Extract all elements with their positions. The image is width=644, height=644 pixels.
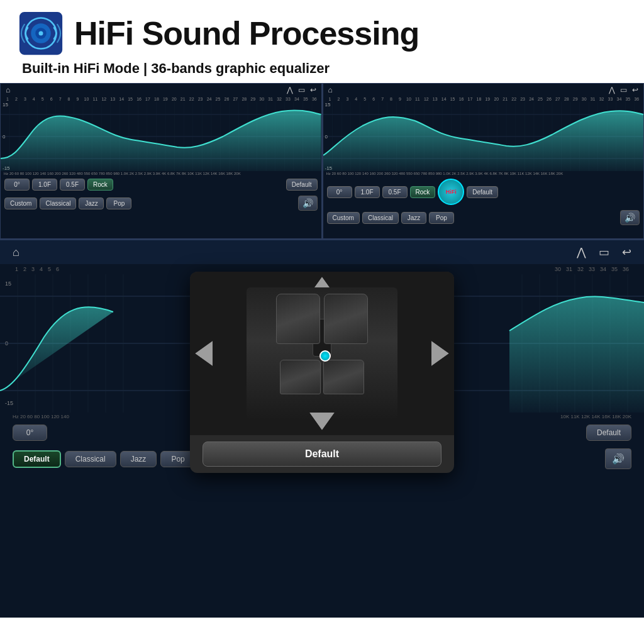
btn-pop-left[interactable]: Pop [106,197,131,209]
eq-graph-right: 15 0 -15 [323,102,644,171]
btn-row1-right: 0° 1.0F 0.5F Rock HiFi Default [323,176,644,208]
btn-0deg-right[interactable]: 0° [327,186,352,198]
speaker-icon [19,11,63,55]
front-left-seat [276,294,320,344]
bottom-band-left: 1 2 3 4 5 6 [13,266,62,272]
btn-rock-left[interactable]: Rock [87,179,113,191]
svg-point-4 [39,31,43,36]
btn-custom-left[interactable]: Custom [4,197,37,209]
rear-seats [247,360,397,394]
btn-classical-bottom[interactable]: Classical [65,451,116,467]
status-right-left: ⋀ ▭ ↩ [287,86,316,94]
eq-row-top: ⌂ ⋀ ▭ ↩ 12345678910111213141516171819202… [0,83,644,240]
eq-panel-left: ⌂ ⋀ ▭ ↩ 12345678910111213141516171819202… [0,83,323,239]
eq-panel-right: ⌂ ⋀ ▭ ↩ 12345678910111213141516171819202… [323,83,645,239]
page-title: HiFi Sound Processing [74,14,419,52]
btn-default-right[interactable]: Default [467,186,498,198]
arrow-right-btn[interactable] [431,341,449,366]
dialog-default-btn[interactable]: Default [203,441,441,467]
bottom-status-bar: ⌂ ⋀ ▭ ↩ [0,240,644,264]
btn-hifi[interactable]: HiFi [438,179,464,205]
window-icon-bottom[interactable]: ▭ [599,245,609,259]
btn-classical-left[interactable]: Classical [40,197,76,209]
btn-classical-right[interactable]: Classical [362,212,399,224]
bottom-section: ⌂ ⋀ ▭ ↩ 1 2 3 4 5 6 30 31 32 33 34 [0,240,644,618]
sound-btn-right[interactable]: 🔊 [620,210,640,225]
eq-graph-left: 15 0 -15 [1,102,321,171]
band-numbers-left: 1234567891011121314151617181920212223242… [1,96,321,102]
btn-row2-left: Custom Classical Jazz Pop 🔊 [1,193,321,213]
page-subtitle: Built-in HiFi Mode | 36-bands graphic eq… [22,60,330,77]
btn-default-bottom[interactable]: Default [586,425,631,441]
home-icon-bottom[interactable]: ⌂ [13,246,19,259]
sound-position-dot[interactable] [319,350,331,362]
btn-0deg-left[interactable]: 0° [4,179,30,191]
window-icon-right[interactable]: ▭ [620,86,627,94]
btn-custom-right[interactable]: Custom [327,212,360,224]
freq-labels-left: Hz 20 60 80 100 120 140 160 200 260 320 … [1,171,321,176]
rear-left-seat [280,360,321,394]
arrow-down-btn[interactable] [309,413,335,430]
status-bar-right: ⌂ ⋀ ▭ ↩ [323,84,644,96]
back-icon-bottom[interactable]: ↩ [622,245,631,259]
status-right-right: ⋀ ▭ ↩ [609,86,638,94]
freq-label-left-bottom: Hz 20 60 80 100 120 140 [13,414,69,419]
header-top: HiFi Sound Processing [19,11,419,55]
double-up-icon-right[interactable]: ⋀ [609,86,615,94]
btn-custom-bottom[interactable]: Default [13,450,61,468]
btn-05f-right[interactable]: 0.5F [382,186,408,198]
car-interior-view [247,287,397,419]
spatial-audio-dialog: Default [190,272,454,473]
arrow-left-btn[interactable] [195,341,213,366]
btn-default-left[interactable]: Default [286,179,318,191]
btn-pop-right[interactable]: Pop [429,212,454,224]
bottom-status-right: ⋀ ▭ ↩ [577,245,631,259]
btn-0deg-bottom[interactable]: 0° [13,425,47,441]
sound-btn-bottom[interactable]: 🔊 [605,448,631,469]
band-numbers-right: 1234567891011121314151617181920212223242… [323,96,644,102]
btn-1f-right[interactable]: 1.0F [355,186,380,198]
back-icon-left[interactable]: ↩ [310,86,316,94]
btn-jazz-right[interactable]: Jazz [401,212,426,224]
btn-05f-left[interactable]: 0.5F [60,179,85,191]
home-icon-right[interactable]: ⌂ [328,86,333,94]
sound-btn-left[interactable]: 🔊 [298,196,318,211]
main-content: ⌂ ⋀ ▭ ↩ 12345678910111213141516171819202… [0,83,644,618]
double-up-icon-bottom[interactable]: ⋀ [577,245,586,259]
back-icon-right[interactable]: ↩ [632,86,638,94]
freq-label-right-bottom: 10K 11K 12K 14K 16K 18K 20K [560,414,631,419]
btn-row2-right: Custom Classical Jazz Pop 🔊 [323,208,644,228]
car-view [190,272,454,435]
window-icon-left[interactable]: ▭ [298,86,305,94]
status-bar-left: ⌂ ⋀ ▭ ↩ [1,84,321,96]
btn-jazz-left[interactable]: Jazz [79,197,104,209]
bottom-band-right: 30 31 32 33 34 35 36 [552,266,631,272]
double-up-icon-left[interactable]: ⋀ [287,86,293,94]
home-icon-left[interactable]: ⌂ [6,86,10,94]
freq-labels-right: Hz 20 60 80 100 120 140 160 200 260 320 … [323,171,644,176]
rear-right-seat [323,360,364,394]
btn-1f-left[interactable]: 1.0F [32,179,57,191]
front-right-seat [324,294,368,344]
header-section: HiFi Sound Processing Built-in HiFi Mode… [0,0,644,83]
btn-rock-right[interactable]: Rock [410,186,436,198]
btn-jazz-bottom[interactable]: Jazz [120,451,157,467]
btn-row1-left: 0° 1.0F 0.5F Rock Default [1,176,321,193]
